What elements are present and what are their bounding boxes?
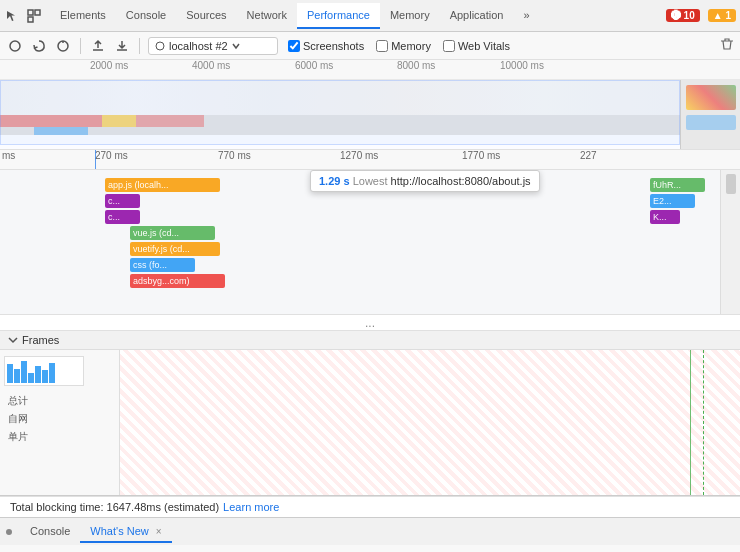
bottom-tab-console[interactable]: Console [20, 521, 80, 543]
flame-bar-k[interactable]: K... [650, 210, 680, 224]
divider-1 [80, 38, 81, 54]
status-text: Total blocking time: 1647.48ms (estimate… [10, 501, 219, 513]
performance-toolbar: localhost #2 Screenshots Memory Web Vita… [0, 32, 740, 60]
flamechart-area: ms 270 ms 770 ms 1270 ms 1770 ms 227 app… [0, 150, 740, 315]
tooltip-level: Lowest [353, 175, 388, 187]
inspect-icon[interactable] [26, 8, 42, 24]
flame-content: app.js (localh... c... c... vue.js (cd..… [0, 170, 740, 315]
cursor-line [95, 150, 96, 169]
frames-vline-2 [703, 350, 704, 495]
record-button[interactable] [6, 37, 24, 55]
divider-2 [139, 38, 140, 54]
tab-console[interactable]: Console [116, 3, 176, 29]
ellipsis-row: ... [0, 315, 740, 331]
frames-sidebar-item-1: 自网 [4, 410, 115, 428]
tab-icons-group [4, 8, 42, 24]
frames-sidebar: 总计 自网 单片 [0, 350, 120, 495]
badge-group: ⓿ 10 ▲ 1 [666, 9, 736, 22]
frames-header[interactable]: Frames [0, 331, 740, 350]
web-vitals-checkbox[interactable]: Web Vitals [443, 40, 510, 52]
tick-2000: 2000 ms [90, 60, 128, 71]
frames-panel: Frames 总计 自网 单片 [0, 331, 740, 496]
ruler-1770: 1770 ms [462, 150, 500, 161]
upload-button[interactable] [89, 37, 107, 55]
svg-point-6 [156, 42, 164, 50]
tooltip-url: http://localhost:8080/about.js [391, 175, 531, 187]
svg-rect-0 [28, 10, 33, 15]
frames-sidebar-item-2: 单片 [4, 428, 115, 446]
tick-8000: 8000 ms [397, 60, 435, 71]
stop-button[interactable] [54, 37, 72, 55]
bottom-tabbar: Console What's New × [0, 517, 740, 545]
ruler-227: 227 [580, 150, 597, 161]
flame-bar-e2[interactable]: E2... [650, 194, 695, 208]
frames-title: Frames [22, 334, 59, 346]
flame-bar-c2[interactable]: c... [105, 210, 140, 224]
flame-bar-vuejs[interactable]: vue.js (cd... [130, 226, 215, 240]
tooltip-time: 1.29 s [319, 175, 350, 187]
pointer-icon[interactable] [4, 8, 20, 24]
tick-6000: 6000 ms [295, 60, 333, 71]
learn-more-link[interactable]: Learn more [223, 501, 279, 513]
flame-tooltip: 1.29 s Lowest http://localhost:8080/abou… [310, 170, 540, 192]
bottom-tab-whatsnew[interactable]: What's New × [80, 521, 171, 543]
tab-memory[interactable]: Memory [380, 3, 440, 29]
download-button[interactable] [113, 37, 131, 55]
ruler-1270: 1270 ms [340, 150, 378, 161]
flame-bar-vuetifyjs[interactable]: vuetify.js (cd... [130, 242, 220, 256]
bottom-tab-close-icon[interactable]: × [156, 526, 162, 537]
screenshots-checkbox[interactable]: Screenshots [288, 40, 364, 52]
frames-chevron-icon [8, 335, 18, 345]
frames-sidebar-item-0: 总计 [4, 392, 115, 410]
flame-bar-appjs[interactable]: app.js (localh... [105, 178, 220, 192]
ruler-770: 770 ms [218, 150, 251, 161]
ruler-270: 270 ms [95, 150, 128, 161]
tab-more[interactable]: » [513, 3, 539, 29]
tab-application[interactable]: Application [440, 3, 514, 29]
flame-bar-ads[interactable]: adsbyg...com) [130, 274, 225, 288]
frames-mini-chart [4, 356, 84, 386]
bottom-handle-icon [6, 529, 12, 535]
tick-4000: 4000 ms [192, 60, 230, 71]
memory-checkbox[interactable]: Memory [376, 40, 431, 52]
frames-diagonal-fill [120, 350, 740, 495]
url-label: localhost #2 [169, 40, 228, 52]
devtools-tabbar: Elements Console Sources Network Perform… [0, 0, 740, 32]
tab-performance[interactable]: Performance [297, 3, 380, 29]
minimap [680, 80, 740, 150]
frames-body: 总计 自网 单片 [0, 350, 740, 495]
svg-point-3 [10, 41, 20, 51]
timeline-overview: 2000 ms 4000 ms 6000 ms 8000 ms 10000 ms [0, 60, 740, 150]
reload-button[interactable] [30, 37, 48, 55]
flame-bar-fuhr[interactable]: fUhR... [650, 178, 705, 192]
time-ruler: ms 270 ms 770 ms 1270 ms 1770 ms 227 [0, 150, 740, 170]
frames-main-area [120, 350, 740, 495]
checkbox-group: Screenshots Memory Web Vitals [288, 40, 510, 52]
ruler-ms: ms [2, 150, 15, 161]
flame-bar-c1[interactable]: c... [105, 194, 140, 208]
error-badge: ⓿ 10 [666, 9, 700, 22]
svg-rect-2 [28, 17, 33, 22]
tab-elements[interactable]: Elements [50, 3, 116, 29]
svg-rect-1 [35, 10, 40, 15]
status-bar: Total blocking time: 1647.48ms (estimate… [0, 496, 740, 517]
flame-bar-css[interactable]: css (fo... [130, 258, 195, 272]
scroll-indicator [720, 170, 740, 315]
tab-network[interactable]: Network [237, 3, 297, 29]
frames-vline-1 [690, 350, 691, 495]
clear-button[interactable] [720, 37, 734, 54]
warn-badge: ▲ 1 [708, 9, 736, 22]
url-selector[interactable]: localhost #2 [148, 37, 278, 55]
tab-sources[interactable]: Sources [176, 3, 236, 29]
tick-10000: 10000 ms [500, 60, 544, 71]
